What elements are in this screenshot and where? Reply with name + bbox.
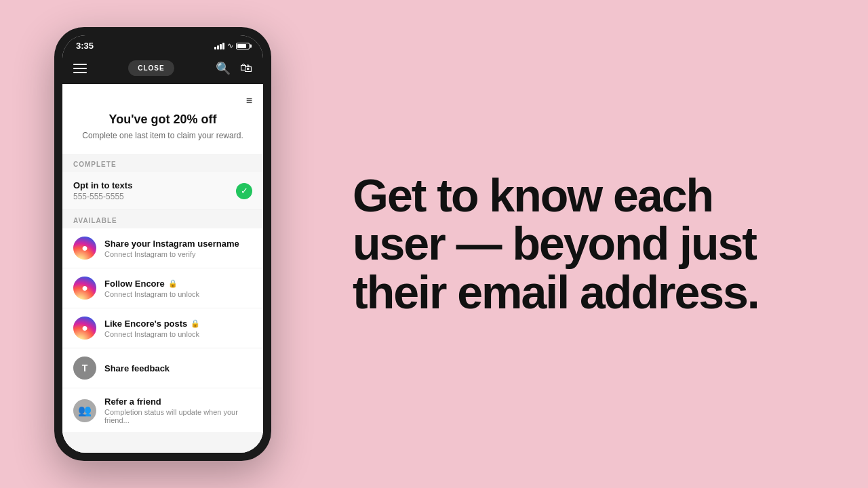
list-item-instagram-username[interactable]: ● Share your Instagram username Connect … — [62, 228, 263, 268]
signal-bar-1 — [214, 47, 216, 49]
like-posts-subtitle: Connect Instagram to unlock — [104, 330, 252, 338]
nav-bar: CLOSE 🔍 🛍 — [62, 55, 263, 84]
refer-friend-icon: 👥 — [73, 399, 96, 422]
follow-encore-content: Follow Encore 🔒 Connect Instagram to unl… — [104, 279, 252, 298]
list-item-like-posts[interactable]: ● Like Encore's posts 🔒 Connect Instagra… — [62, 308, 263, 348]
instagram-icon-like: ● — [73, 317, 96, 340]
hamburger-line-1 — [73, 64, 87, 65]
completed-item-phone: 555-555-5555 — [73, 192, 228, 201]
close-button[interactable]: CLOSE — [128, 60, 174, 76]
signal-bar-3 — [220, 44, 222, 49]
headline-line3: their email address. — [353, 266, 759, 318]
battery-fill — [237, 44, 246, 48]
phone-inner: 3:35 ∿ — [62, 35, 263, 453]
headline-line2: user — beyond just — [353, 218, 756, 269]
text-section: Get to know each user — beyond just thei… — [326, 131, 868, 357]
follow-encore-subtitle: Connect Instagram to unlock — [104, 290, 252, 298]
headline-line1: Get to know each — [353, 169, 713, 221]
completed-check-icon: ✓ — [236, 183, 252, 199]
instagram-icon-username: ● — [73, 237, 96, 260]
headline: Get to know each user — beyond just thei… — [353, 171, 759, 317]
refer-friend-subtitle: Completion status will update when your … — [104, 408, 252, 424]
instagram-icon-follow: ● — [73, 277, 96, 300]
refer-friend-title: Refer a friend — [104, 396, 252, 407]
list-item-refer-friend[interactable]: 👥 Refer a friend Completion status will … — [62, 388, 263, 433]
status-bar: 3:35 ∿ — [62, 35, 263, 55]
list-item-share-feedback[interactable]: T Share feedback — [62, 348, 263, 388]
instagram-username-subtitle: Connect Instagram to verify — [104, 250, 252, 258]
card-menu: ≡ — [73, 95, 252, 107]
refer-friend-content: Refer a friend Completion status will up… — [104, 396, 252, 424]
battery-icon — [236, 43, 250, 49]
feedback-text-icon: T — [73, 357, 96, 380]
follow-encore-title: Follow Encore 🔒 — [104, 279, 252, 289]
share-feedback-title: Share feedback — [104, 363, 252, 373]
completed-item-content: Opt in to texts 555-555-5555 — [73, 180, 228, 201]
hamburger-line-3 — [73, 72, 87, 73]
like-posts-lock-icon: 🔒 — [191, 319, 200, 328]
instagram-camera-icon-3: ● — [81, 322, 88, 334]
reward-card: ≡ You've got 20% off Complete one last i… — [62, 84, 263, 154]
share-feedback-content: Share feedback — [104, 363, 252, 373]
instagram-camera-icon-2: ● — [81, 282, 88, 294]
follow-encore-lock-icon: 🔒 — [168, 279, 178, 288]
complete-section-label: COMPLETE — [62, 154, 263, 172]
content-area: ≡ You've got 20% off Complete one last i… — [62, 84, 263, 453]
signal-bar-2 — [217, 45, 219, 49]
card-title: You've got 20% off — [73, 113, 252, 127]
card-menu-icon[interactable]: ≡ — [246, 95, 252, 107]
cart-icon[interactable]: 🛍 — [240, 61, 252, 75]
hamburger-line-2 — [73, 68, 87, 69]
card-subtitle: Complete one last item to claim your rew… — [73, 131, 252, 140]
signal-bar-4 — [222, 43, 224, 49]
instagram-username-content: Share your Instagram username Connect In… — [104, 239, 252, 258]
phone-frame: 3:35 ∿ — [54, 27, 271, 461]
like-posts-content: Like Encore's posts 🔒 Connect Instagram … — [104, 319, 252, 338]
phone-section: 3:35 ∿ — [0, 0, 326, 488]
completed-opt-in-item[interactable]: Opt in to texts 555-555-5555 ✓ — [62, 172, 263, 210]
nav-right-icons: 🔍 🛍 — [216, 61, 252, 76]
signal-bars-icon — [214, 43, 224, 49]
wifi-icon: ∿ — [227, 41, 233, 50]
completed-item-title: Opt in to texts — [73, 180, 228, 190]
instagram-username-title: Share your Instagram username — [104, 239, 252, 249]
available-section-label: AVAILABLE — [62, 210, 263, 228]
status-icons: ∿ — [214, 41, 250, 50]
status-time: 3:35 — [76, 41, 94, 51]
search-icon[interactable]: 🔍 — [216, 61, 231, 76]
hamburger-menu-button[interactable] — [73, 64, 87, 73]
like-posts-title: Like Encore's posts 🔒 — [104, 319, 252, 329]
instagram-camera-icon: ● — [81, 242, 88, 254]
list-item-follow-encore[interactable]: ● Follow Encore 🔒 Connect Instagram to u… — [62, 268, 263, 308]
